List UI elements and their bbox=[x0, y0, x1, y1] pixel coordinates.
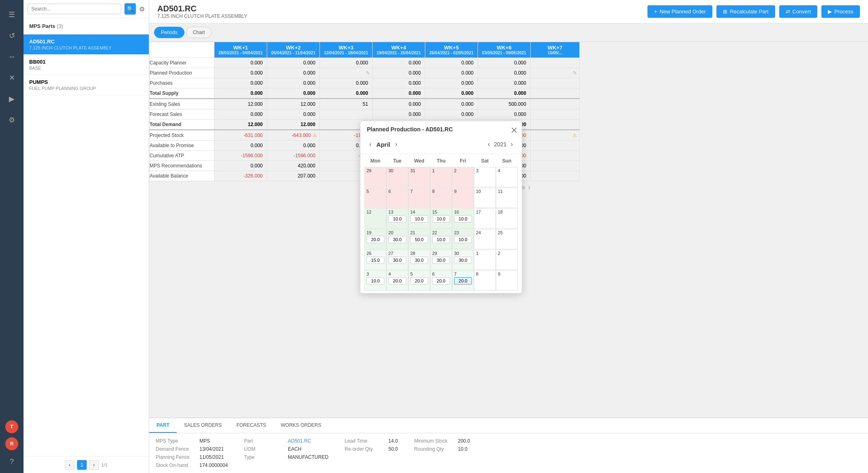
tab-sales-orders[interactable]: SALES ORDERS bbox=[177, 418, 229, 433]
calendar-week: 3456789 bbox=[364, 270, 518, 291]
calendar-day-input[interactable] bbox=[388, 236, 406, 243]
edit-icon[interactable]: ✎ bbox=[366, 70, 370, 76]
hamburger-icon[interactable]: ☰ bbox=[4, 7, 19, 22]
warning-icon: ⚠ bbox=[313, 133, 317, 138]
tab-forecasts[interactable]: FORECASTS bbox=[229, 418, 273, 433]
prev-year-button[interactable]: ‹ bbox=[485, 140, 492, 149]
grid-cell bbox=[530, 99, 579, 109]
edit-icon[interactable]: ✎ bbox=[573, 70, 577, 76]
calendar-day-input[interactable] bbox=[410, 257, 428, 264]
search-input[interactable] bbox=[28, 4, 121, 14]
calendar-day: 7 bbox=[408, 188, 430, 208]
calendar-weeks: 2930311234567891011121314151617181920212… bbox=[364, 167, 518, 291]
process-button[interactable]: ▶ Process bbox=[821, 5, 860, 18]
part-row: Part AD501.RC bbox=[244, 438, 328, 444]
grid-cell bbox=[530, 88, 579, 99]
calendar-day-input[interactable] bbox=[388, 257, 406, 264]
calendar-day: 1 bbox=[430, 167, 452, 187]
demand-fence-row: Demand Fence 13/04/2021 bbox=[156, 446, 228, 452]
grid-scroll-area[interactable]: WK+1 28/03/2021 - 04/04/2021 WK+2 05/04/… bbox=[149, 42, 868, 417]
tab-works-orders[interactable]: WORKS ORDERS bbox=[274, 418, 329, 433]
row-label: Total Supply bbox=[150, 88, 214, 99]
new-planned-order-button[interactable]: + New Planned Order bbox=[647, 5, 712, 18]
grid-cell: 0.000 bbox=[372, 58, 425, 68]
calendar-day-input[interactable] bbox=[432, 236, 450, 243]
part-item-ad501rc[interactable]: AD501.RC 7.125 INCH CLUTCH PLATE ASSEMBL… bbox=[24, 34, 149, 55]
grid-cell: 0.000 bbox=[267, 78, 319, 88]
calendar-day: 28 bbox=[408, 250, 430, 270]
avatar-t[interactable]: T bbox=[5, 420, 18, 433]
help-icon[interactable]: ? bbox=[4, 454, 19, 469]
grid-cell bbox=[530, 141, 579, 151]
calendar-day-input[interactable] bbox=[432, 215, 450, 223]
sidebar: ☰ ↺ ↔ ✕ ▶ ⚙ T R ? bbox=[0, 0, 24, 473]
grid-cell: 0.000 bbox=[214, 88, 267, 99]
parts-search-bar: 🔍 ⚙ bbox=[24, 0, 149, 18]
calendar-year: 2021 bbox=[494, 141, 507, 148]
calendar-day-input[interactable] bbox=[366, 257, 384, 264]
transfer-icon[interactable]: ↔ bbox=[4, 49, 19, 64]
table-row: Capacity Planner0.0000.0000.0000.0000.00… bbox=[150, 58, 580, 68]
part-item-bb001[interactable]: BB001 BASE bbox=[24, 55, 149, 75]
calendar-day-input[interactable] bbox=[432, 277, 450, 285]
grid-cell: 0.000 bbox=[425, 68, 478, 78]
calendar-popup: Planned Production - AD501.RC ‹ April › … bbox=[360, 121, 522, 293]
tab-periods[interactable]: Periods bbox=[154, 27, 184, 38]
current-page: 1 bbox=[77, 460, 87, 470]
search-gear-button[interactable]: ⚙ bbox=[139, 5, 145, 13]
grid-cell: -643.000⚠ bbox=[267, 131, 319, 141]
calendar-day-input[interactable] bbox=[454, 277, 472, 285]
uom-row: UOM EACH bbox=[244, 446, 328, 452]
calendar-day-headers: Mon Tue Wed Thu Fri Sat Sun bbox=[364, 156, 518, 165]
next-page-button[interactable]: › bbox=[89, 460, 99, 470]
grid-cell: 0.000 bbox=[425, 99, 478, 109]
prev-month-button[interactable]: ‹ bbox=[367, 140, 374, 149]
grid-cell: 0.000 bbox=[214, 161, 267, 171]
grid-cell: 0.000 bbox=[478, 109, 530, 120]
next-month-button[interactable]: › bbox=[393, 140, 400, 149]
calendar-day-input[interactable] bbox=[410, 215, 428, 223]
prev-page-button[interactable]: ‹ bbox=[65, 460, 75, 470]
calendar-day-input[interactable] bbox=[410, 236, 428, 243]
grid-cell: -1596.000 bbox=[267, 151, 319, 161]
calendar-day-input[interactable] bbox=[432, 257, 450, 264]
grid-cell: 0.000 bbox=[425, 109, 478, 120]
calendar-day-input[interactable] bbox=[454, 236, 472, 243]
grid-cell: 12.000 bbox=[267, 120, 319, 130]
next-year-button[interactable]: › bbox=[508, 140, 515, 149]
tab-part[interactable]: PART bbox=[149, 418, 177, 433]
settings-icon[interactable]: ⚙ bbox=[4, 113, 19, 127]
calendar-day: 1 bbox=[474, 250, 496, 270]
calendar-day-input[interactable] bbox=[454, 257, 472, 264]
grid-cell: 0.000 bbox=[319, 88, 372, 99]
tab-chart[interactable]: Chart bbox=[186, 27, 212, 38]
convert-button[interactable]: ⇄ Convert bbox=[779, 5, 818, 18]
calendar-day: 20 bbox=[386, 229, 408, 249]
calendar-close-button[interactable]: ✕ bbox=[510, 125, 518, 136]
calendar-day-input[interactable] bbox=[410, 277, 428, 285]
avatar-r[interactable]: R bbox=[5, 437, 18, 450]
scroll-right-icon[interactable]: › bbox=[528, 183, 531, 192]
grid-cell: 0.000 bbox=[372, 99, 425, 109]
plus-icon: + bbox=[654, 9, 657, 15]
refresh-icon[interactable]: ↺ bbox=[4, 28, 19, 43]
close-icon[interactable]: ✕ bbox=[4, 71, 19, 85]
calendar-week: 567891011 bbox=[364, 188, 518, 208]
grid-cell: 420.000 bbox=[267, 161, 319, 171]
row-label: Projected Stock bbox=[150, 131, 214, 141]
calendar-day-input[interactable] bbox=[388, 215, 406, 223]
grid-cell: 0.000 bbox=[267, 88, 319, 99]
part-item-pumps[interactable]: PUMPS FUEL PUMP PLANNING GROUP bbox=[24, 75, 149, 95]
calendar-day-input[interactable] bbox=[454, 215, 472, 223]
table-row: Existing Sales12.00012.000510.0000.00050… bbox=[150, 99, 580, 109]
calendar-day: 2 bbox=[452, 167, 474, 187]
calendar-day-input[interactable] bbox=[388, 277, 406, 285]
table-row: Forecast Sales0.0000.0000.0000.0000.000 bbox=[150, 109, 580, 120]
play-icon[interactable]: ▶ bbox=[4, 92, 19, 106]
row-label: Purchases bbox=[150, 78, 214, 88]
recalculate-part-button[interactable]: ⊞ Recalculate Part bbox=[716, 5, 775, 18]
grid-cell: 0.000 bbox=[478, 68, 530, 78]
calendar-day-input[interactable] bbox=[366, 236, 384, 243]
calendar-day-input[interactable] bbox=[366, 277, 384, 285]
search-button[interactable]: 🔍 bbox=[124, 3, 136, 15]
